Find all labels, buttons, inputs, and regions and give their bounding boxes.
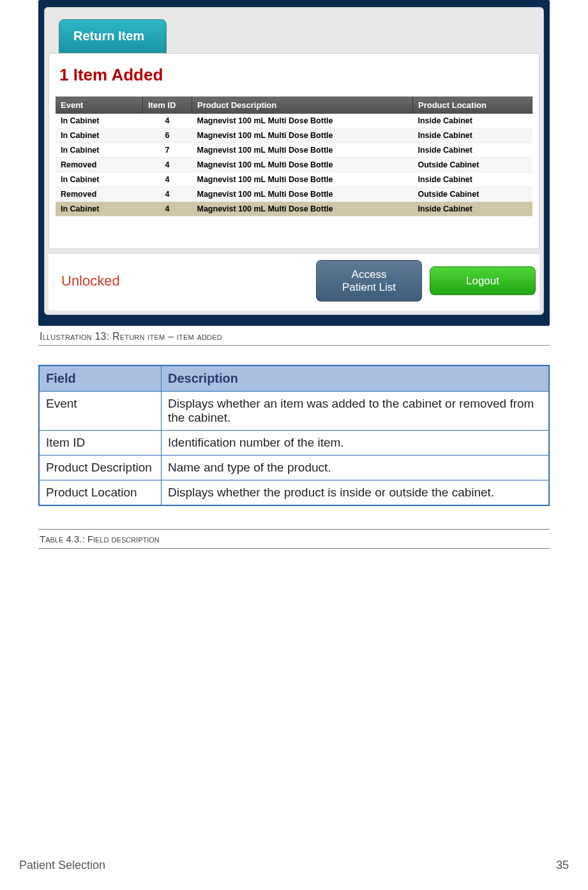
status-unlocked: Unlocked [61,273,308,289]
cell-product-location: Outside Cabinet [413,158,532,173]
field-description-table: Field Description EventDisplays whether … [38,365,550,506]
item-added-banner: 1 Item Added [59,65,529,85]
content-panel: 1 Item Added Event Item ID Product Descr… [49,53,539,249]
cell-product-location: Inside Cabinet [413,173,532,187]
cell-item-id: 4 [143,158,192,173]
fd-field-description: Displays whether an item was added to th… [162,392,550,431]
cell-item-id: 4 [143,114,192,128]
events-table: Event Item ID Product Description Produc… [56,96,532,217]
footer-section-title: Patient Selection [19,859,105,872]
footer-bar: Unlocked AccessPatient List Logout [49,253,539,311]
window-tab-return-item: Return Item [59,19,167,53]
cell-product-description: Magnevist 100 mL Multi Dose Bottle [192,158,413,173]
access-patient-list-button[interactable]: AccessPatient List [316,260,422,302]
fd-field-name: Event [39,392,162,431]
fd-row: Product LocationDisplays whether the pro… [39,480,549,506]
cell-event: In Cabinet [56,202,143,217]
cell-product-description: Magnevist 100 mL Multi Dose Bottle [192,128,413,143]
cell-event: In Cabinet [56,114,143,128]
cell-product-description: Magnevist 100 mL Multi Dose Bottle [192,143,413,158]
cell-product-description: Magnevist 100 mL Multi Dose Bottle [192,187,413,202]
cell-item-id: 7 [143,143,192,158]
col-header-item-id: Item ID [143,96,192,114]
table-row: In Cabinet7Magnevist 100 mL Multi Dose B… [56,143,532,158]
cell-item-id: 6 [143,128,192,143]
cell-product-location: Inside Cabinet [413,128,532,143]
fd-header-field: Field [39,365,162,392]
cell-product-location: Inside Cabinet [413,202,532,217]
cell-product-location: Inside Cabinet [413,143,532,158]
logout-button[interactable]: Logout [430,266,536,296]
col-header-product-description: Product Description [192,96,413,114]
cell-item-id: 4 [143,187,192,202]
cell-item-id: 4 [143,202,192,217]
cell-product-location: Outside Cabinet [413,187,532,202]
footer-page-number: 35 [556,859,569,872]
table-row: In Cabinet4Magnevist 100 mL Multi Dose B… [56,114,532,128]
table-row: In Cabinet6Magnevist 100 mL Multi Dose B… [56,128,532,143]
cell-product-location: Inside Cabinet [413,114,532,128]
screenshot-region: Return Item 1 Item Added Event Item ID P… [38,0,550,326]
cell-product-description: Magnevist 100 mL Multi Dose Bottle [192,173,413,187]
col-header-event: Event [56,96,143,114]
fd-field-name: Item ID [39,431,162,456]
cell-product-description: Magnevist 100 mL Multi Dose Bottle [192,114,413,128]
table-caption-block: Table 4.3.: Field description [38,529,550,549]
app-window: Return Item 1 Item Added Event Item ID P… [44,7,544,315]
fd-field-description: Identification number of the item. [162,431,550,456]
table-row: Removed4Magnevist 100 mL Multi Dose Bott… [56,158,532,173]
table-row: In Cabinet4Magnevist 100 mL Multi Dose B… [56,173,532,187]
cell-event: In Cabinet [56,173,143,187]
cell-event: Removed [56,187,143,202]
table-row: Removed4Magnevist 100 mL Multi Dose Bott… [56,187,532,202]
fd-row: EventDisplays whether an item was added … [39,392,549,431]
page-footer: Patient Selection 35 [19,859,569,872]
cell-item-id: 4 [143,173,192,187]
illustration-caption: Illustration 13: Return item – item adde… [38,328,550,346]
cell-event: Removed [56,158,143,173]
fd-field-name: Product Location [39,480,162,506]
fd-header-description: Description [162,365,550,392]
fd-field-name: Product Description [39,456,162,480]
table-row: In Cabinet4Magnevist 100 mL Multi Dose B… [56,202,532,217]
table-caption: Table 4.3.: Field description [38,530,550,548]
cell-event: In Cabinet [56,128,143,143]
fd-row: Item IDIdentification number of the item… [39,431,549,456]
fd-field-description: Name and type of the product. [162,456,550,480]
col-header-product-location: Product Location [413,96,532,114]
fd-field-description: Displays whether the product is inside o… [162,480,550,506]
cell-event: In Cabinet [56,143,143,158]
fd-row: Product DescriptionName and type of the … [39,456,549,480]
caption-rule-bottom [38,548,550,549]
cell-product-description: Magnevist 100 mL Multi Dose Bottle [192,202,413,217]
table-empty-area [56,217,532,249]
